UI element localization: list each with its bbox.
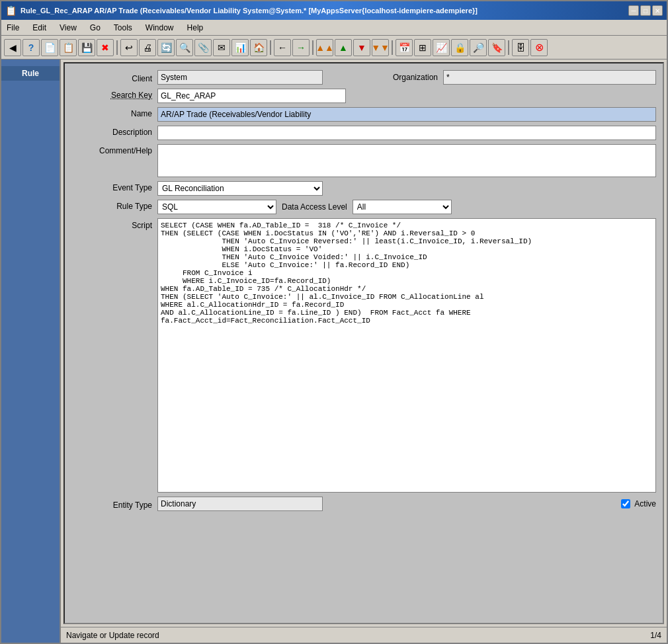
copy-button[interactable]: 📋 [60, 39, 77, 56]
comment-label: Comment/Help [71, 144, 157, 155]
attach-button[interactable]: 📎 [194, 39, 212, 56]
status-bar: Navigate or Update record 1/4 [61, 627, 667, 643]
close-button[interactable]: ⊗ [530, 39, 548, 56]
name-row: Name [71, 107, 656, 122]
title-bar: 📋 Rule_GL_Rec_ARAP AR/AP Trade (Receivab… [1, 1, 667, 20]
archive-button[interactable]: 🗄 [512, 39, 529, 56]
description-row: Description [71, 126, 656, 140]
save-button[interactable]: 💾 [78, 39, 95, 56]
menu-edit[interactable]: Edit [30, 22, 49, 34]
client-input[interactable] [157, 70, 323, 85]
client-org-row: Client Organization [71, 70, 656, 85]
home-button[interactable]: 🏠 [250, 39, 267, 56]
menu-help[interactable]: Help [185, 22, 206, 34]
rule-type-select[interactable]: SQL [157, 200, 276, 214]
main-window: 📋 Rule_GL_Rec_ARAP AR/AP Trade (Receivab… [0, 0, 668, 644]
name-label: Name [71, 107, 157, 118]
search-key-input[interactable] [157, 89, 346, 103]
script-label: Script [71, 218, 157, 230]
toolbar-separator-4 [392, 40, 393, 55]
refresh-button[interactable]: 🔄 [157, 39, 175, 56]
org-label: Organization [364, 73, 443, 82]
description-label: Description [71, 126, 157, 137]
toolbar-separator-3 [312, 40, 313, 55]
menu-window[interactable]: Window [143, 22, 177, 34]
next-button[interactable]: → [292, 39, 310, 56]
help-button[interactable]: ? [22, 39, 40, 56]
client-label: Client [71, 72, 157, 83]
main-area: Rule Client Organization [1, 60, 667, 643]
delete-button[interactable]: ✖ [97, 39, 114, 56]
report-button[interactable]: 📊 [231, 39, 249, 56]
entity-row: Entity Type Active [71, 497, 656, 511]
chart-button[interactable]: 📈 [433, 39, 450, 56]
search-key-label: Search Key [71, 89, 157, 100]
back-button[interactable]: ◀ [4, 39, 21, 56]
print-button[interactable]: 🖨 [139, 39, 156, 56]
undo-button[interactable]: ↩ [120, 39, 138, 56]
close-window-button[interactable]: ✕ [652, 5, 663, 16]
event-type-select[interactable]: GL Reconciliation [157, 181, 323, 196]
description-input[interactable] [157, 126, 656, 140]
down-button[interactable]: ▼ [353, 39, 370, 56]
org-input[interactable] [443, 70, 656, 85]
active-checkbox[interactable] [621, 499, 630, 508]
entity-type-label: Entity Type [71, 499, 157, 510]
email-button[interactable]: ✉ [213, 39, 230, 56]
lock-button[interactable]: 🔒 [451, 39, 468, 56]
restore-button[interactable]: □ [640, 5, 651, 16]
title-bar-buttons: ─ □ ✕ [628, 5, 663, 16]
menu-go[interactable]: Go [87, 22, 103, 34]
name-input[interactable] [157, 107, 656, 122]
data-access-select[interactable]: All [353, 200, 452, 214]
toolbar-separator-1 [116, 40, 118, 55]
status-message: Navigate or Update record [66, 631, 159, 640]
window-icon: 📋 [5, 5, 17, 16]
entity-type-input[interactable] [157, 497, 323, 511]
toolbar-separator-2 [270, 40, 271, 55]
script-row: Script [71, 218, 656, 493]
minimize-button[interactable]: ─ [628, 5, 639, 16]
zoom-button[interactable]: 🔎 [470, 39, 487, 56]
find-button[interactable]: 🔍 [176, 39, 193, 56]
window-title: Rule_GL_Rec_ARAP AR/AP Trade (Receivable… [21, 7, 478, 15]
new-button[interactable]: 📄 [41, 39, 58, 56]
toolbar: ◀ ? 📄 📋 💾 ✖ ↩ 🖨 🔄 🔍 📎 ✉ 📊 🏠 ← → ▲▲ ▲ ▼ ▼… [1, 36, 667, 60]
comment-textarea[interactable] [157, 144, 656, 177]
history-button[interactable]: 📅 [396, 39, 413, 56]
script-textarea[interactable] [157, 218, 656, 493]
toolbar-separator-5 [508, 40, 509, 55]
active-label: Active [634, 499, 656, 508]
prev-button[interactable]: ← [274, 39, 291, 56]
search-key-row: Search Key [71, 89, 656, 103]
event-type-row: Event Type GL Reconciliation [71, 181, 656, 196]
menu-tools[interactable]: Tools [111, 22, 135, 34]
menu-view[interactable]: View [57, 22, 79, 34]
rule-type-label: Rule Type [71, 200, 157, 211]
bookmark-button[interactable]: 🔖 [488, 39, 505, 56]
sidebar: Rule [1, 60, 61, 643]
first-button[interactable]: ▲▲ [316, 39, 333, 56]
record-info: 1/4 [650, 631, 661, 640]
comment-row: Comment/Help [71, 144, 656, 177]
up-button[interactable]: ▲ [335, 39, 352, 56]
last-button[interactable]: ▼▼ [372, 39, 389, 56]
event-type-label: Event Type [71, 181, 157, 192]
sidebar-label: Rule [1, 66, 60, 81]
menu-file[interactable]: File [4, 22, 22, 34]
grid-button[interactable]: ⊞ [414, 39, 431, 56]
rule-type-row: Rule Type SQL Data Access Level All [71, 200, 656, 214]
menu-bar: File Edit View Go Tools Window Help [1, 20, 667, 36]
data-access-label: Data Access Level [282, 202, 347, 212]
